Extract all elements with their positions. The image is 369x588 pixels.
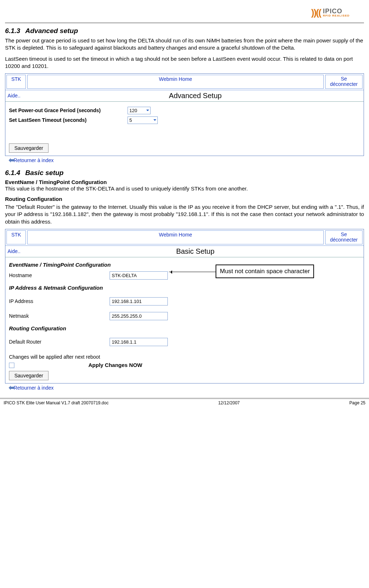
sub2-body: The "Default Router" is the gateway to t…	[5, 203, 364, 225]
lastseen-label: Set LastSeen Timeout (seconds)	[9, 117, 128, 123]
ip-config-header: IP Address & Netmask Configuration	[9, 285, 360, 291]
page-footer: IPICO STK Elite User Manual V1.7 draft 2…	[0, 398, 369, 407]
footer-filename: IPICO STK Elite User Manual V1.7 draft 2…	[4, 400, 109, 405]
basic-setup-panel: STK Webmin Home Se déconnecter Aide.. Ba…	[5, 229, 364, 383]
footer-page: Page 25	[349, 400, 365, 405]
apply-now-label: Apply Changes NOW	[88, 362, 142, 368]
stk-button-2[interactable]: STK	[6, 230, 26, 244]
logout-button[interactable]: Se déconnecter	[325, 75, 363, 89]
save-button[interactable]: Sauvegarder	[9, 143, 49, 153]
save-button-2[interactable]: Sauvegarder	[9, 371, 49, 380]
changes-note: Changes will be applied after next reboo…	[9, 354, 360, 360]
para-lastseen: LastSeen timeout is used to set the time…	[5, 55, 364, 70]
section-heading-basic: 6.1.4Basic setup	[5, 169, 364, 177]
callout-arrow	[169, 272, 216, 272]
netmask-input[interactable]: 255.255.255.0	[110, 312, 168, 320]
hostname-input[interactable]: STK-DELTA	[110, 271, 168, 280]
logo-tagline: RFID REALISED	[323, 14, 350, 17]
footer-date: 12/12/2007	[218, 400, 240, 405]
help-link-2[interactable]: Aide..	[8, 248, 29, 254]
para-grace: The power out grace period is used to se…	[5, 37, 364, 52]
router-label: Default Router	[9, 339, 110, 345]
grace-period-select[interactable]: 120	[128, 107, 151, 114]
sub2-title: Routing Configuration	[5, 196, 364, 202]
apply-checkbox[interactable]	[9, 363, 14, 368]
webmin-home-link-2[interactable]: Webmin Home	[27, 230, 324, 244]
ip-input[interactable]: 192.168.1.101	[110, 297, 168, 306]
sub1-body: This value is the hostname of the STK-DE…	[5, 185, 364, 192]
panel-title-2: Basic Setup	[29, 247, 361, 256]
divider	[5, 22, 364, 23]
grace-period-label: Set Power-out Grace Period (seconds)	[9, 107, 128, 113]
panel-title: Advanced Setup	[29, 92, 361, 100]
header: ))(( IPICO RFID REALISED	[5, 4, 364, 22]
logo-mark-icon: ))((	[311, 7, 321, 18]
logo-brand: IPICO	[323, 8, 350, 14]
return-link-2[interactable]: Retourner à index	[6, 385, 364, 391]
router-input[interactable]: 192.168.1.1	[110, 338, 168, 346]
lastseen-select[interactable]: 5	[128, 116, 158, 124]
sub1-title: EventName / TimingPoint Configuration	[5, 179, 364, 185]
section-heading-advanced: 6.1.3Advanced setup	[5, 27, 364, 35]
routing-config-header: Routing Configuration	[9, 325, 360, 331]
arrow-left-icon	[6, 158, 11, 162]
logo: ))(( IPICO RFID REALISED	[311, 7, 350, 18]
callout-box: Must not contain space character	[216, 265, 314, 278]
ip-label: IP Address	[9, 298, 110, 304]
return-link-1[interactable]: Retourner à index	[6, 157, 364, 163]
webmin-home-link[interactable]: Webmin Home	[27, 75, 324, 89]
help-link[interactable]: Aide..	[8, 93, 29, 98]
stk-button[interactable]: STK	[6, 75, 26, 89]
hostname-label: Hostname	[9, 272, 110, 278]
logout-button-2[interactable]: Se déconnecter	[325, 230, 363, 244]
netmask-label: Netmask	[9, 313, 110, 319]
arrow-left-icon-2	[6, 386, 11, 390]
advanced-setup-panel: STK Webmin Home Se déconnecter Aide.. Ad…	[5, 73, 364, 156]
